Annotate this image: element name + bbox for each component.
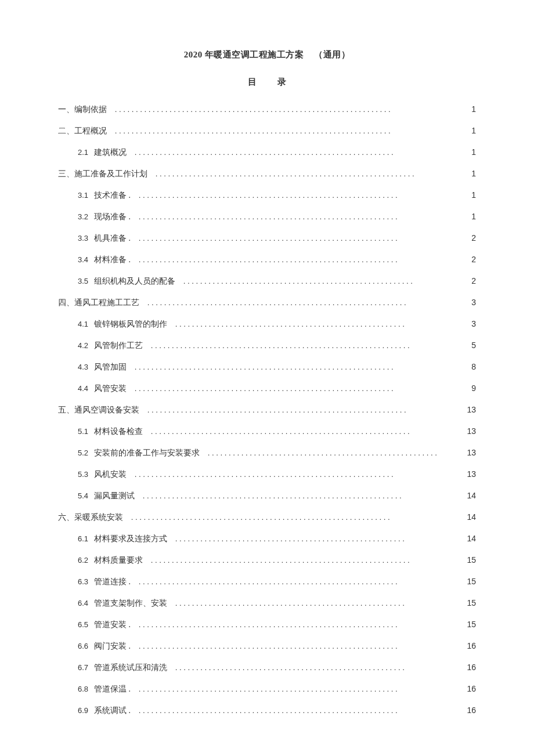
toc-entry-page: 16: [461, 685, 476, 693]
toc-entry-number: 4.4: [78, 385, 88, 392]
toc-entry-label: 风管安装: [94, 385, 127, 393]
toc-entry-page: 5: [463, 341, 476, 349]
toc-leader-dots: ........................................…: [131, 213, 400, 220]
toc-leader-dots: ........................................…: [167, 320, 407, 328]
toc-entry-number: 3.3: [78, 234, 88, 242]
toc-entry-page: 13: [461, 448, 476, 457]
toc-entry-page: 2: [463, 277, 476, 285]
toc-entry-number: 4.2: [78, 342, 88, 349]
toc-entry-number: 3.4: [78, 256, 88, 263]
toc-leader-dots: ........................................…: [127, 363, 396, 371]
toc-entry: 3.1技术准备 ................................…: [58, 191, 476, 200]
toc-heading-char-1: 目: [248, 77, 257, 86]
toc-entry-label: 材料设备检查: [94, 428, 143, 436]
toc-entry-label: 管道保温 .: [94, 685, 131, 693]
toc-entry: 3.5组织机构及人员的配备...........................…: [58, 277, 476, 285]
table-of-contents: 一、编制依据..................................…: [58, 105, 476, 715]
title-main: 2020 年暖通空调工程施工方案: [184, 50, 304, 59]
toc-entry-number: 5.4: [78, 492, 88, 500]
toc-entry-page: 13: [461, 470, 476, 478]
toc-entry-page: 1: [463, 191, 476, 199]
toc-leader-dots: ........................................…: [143, 342, 412, 349]
toc-entry-label: 风管制作工艺: [94, 342, 143, 350]
toc-leader-dots: ........................................…: [131, 621, 400, 628]
toc-entry-label: 镀锌钢板风管的制作: [94, 320, 167, 328]
toc-entry-page: 15: [461, 599, 476, 607]
toc-entry-number: 6.7: [78, 664, 88, 671]
toc-entry-label: 六、采暖系统安装: [58, 513, 123, 522]
toc-entry-label: 一、编制依据: [58, 106, 107, 114]
toc-entry-label: 四、通风工程施工工艺: [58, 299, 139, 307]
toc-leader-dots: ........................................…: [123, 513, 392, 521]
toc-entry-label: 材料要求及连接方式: [94, 535, 167, 543]
toc-leader-dots: ........................................…: [139, 406, 409, 414]
toc-entry: 4.2风管制作工艺...............................…: [58, 341, 476, 350]
toc-leader-dots: ........................................…: [135, 492, 404, 500]
toc-entry-page: 15: [461, 577, 476, 585]
toc-entry-page: 15: [461, 556, 476, 564]
toc-entry: 5.1材料设备检查...............................…: [58, 427, 476, 436]
toc-entry-page: 14: [461, 534, 476, 542]
toc-entry-label: 五、通风空调设备安装: [58, 406, 139, 414]
toc-entry-label: 材料准备 .: [94, 256, 131, 264]
toc-leader-dots: ........................................…: [127, 149, 396, 156]
toc-entry-label: 三、施工准备及工作计划: [58, 170, 147, 178]
toc-entry: 4.1镀锌钢板风管的制作............................…: [58, 320, 476, 328]
toc-leader-dots: ........................................…: [200, 449, 439, 457]
toc-entry-label: 现场准备 .: [94, 213, 131, 221]
toc-entry-label: 阀门安装 .: [94, 642, 131, 650]
toc-entry: 3.3机具准备 ................................…: [58, 234, 476, 243]
toc-entry-page: 1: [463, 212, 476, 220]
toc-entry: 6.4管道支架制作、安装............................…: [58, 599, 476, 607]
toc-entry-page: 16: [461, 706, 476, 714]
toc-entry: 2.1建筑概况.................................…: [58, 148, 476, 157]
toc-entry: 6.5管道安装 ................................…: [58, 620, 476, 629]
toc-leader-dots: ........................................…: [167, 535, 407, 542]
toc-entry-label: 漏风量测试: [94, 492, 135, 500]
toc-entry-label: 安装前的准备工作与安装要求: [94, 449, 200, 457]
toc-entry-label: 风管加固: [94, 363, 127, 371]
toc-entry-number: 6.6: [78, 642, 88, 650]
toc-entry: 5.3风机安装.................................…: [58, 470, 476, 479]
toc-leader-dots: ........................................…: [147, 170, 417, 178]
toc-entry-number: 6.3: [78, 578, 88, 585]
toc-heading-char-2: 录: [277, 77, 286, 86]
toc-leader-dots: ........................................…: [131, 685, 400, 693]
title-suffix: （通用）: [314, 50, 350, 59]
toc-entry-page: 1: [463, 148, 476, 156]
toc-entry-page: 1: [463, 126, 476, 135]
toc-entry: 6.8管道保温 ................................…: [58, 685, 476, 693]
toc-entry-page: 3: [463, 298, 476, 306]
toc-leader-dots: ........................................…: [167, 599, 407, 607]
toc-entry-label: 管道安装 .: [94, 621, 131, 629]
toc-leader-dots: ........................................…: [143, 556, 412, 564]
toc-entry-page: 9: [463, 384, 476, 392]
toc-leader-dots: ........................................…: [131, 642, 400, 650]
toc-entry: 6.3管道连接 ................................…: [58, 577, 476, 586]
toc-entry: 6.9系统调试 ................................…: [58, 706, 476, 715]
toc-entry-label: 风机安装: [94, 471, 127, 479]
toc-entry-label: 机具准备 .: [94, 234, 131, 243]
toc-entry: 三、施工准备及工作计划.............................…: [58, 169, 476, 178]
toc-entry: 6.2材料质量要求...............................…: [58, 556, 476, 565]
toc-entry: 5.2安装前的准备工作与安装要求........................…: [58, 448, 476, 457]
toc-leader-dots: ........................................…: [131, 578, 400, 585]
document-title: 2020 年暖通空调工程施工方案（通用）: [58, 49, 476, 60]
toc-entry: 二、工程概况..................................…: [58, 126, 476, 135]
toc-entry-label: 技术准备 .: [94, 191, 131, 200]
toc-entry-label: 二、工程概况: [58, 127, 107, 135]
toc-entry: 4.3风管加固.................................…: [58, 363, 476, 371]
toc-entry-page: 3: [463, 320, 476, 328]
toc-entry-page: 1: [463, 105, 476, 113]
toc-entry: 六、采暖系统安装................................…: [58, 513, 476, 522]
toc-entry-label: 建筑概况: [94, 149, 127, 157]
toc-leader-dots: ........................................…: [127, 471, 396, 478]
toc-leader-dots: ........................................…: [167, 664, 407, 671]
toc-entry: 五、通风空调设备安装..............................…: [58, 406, 476, 414]
toc-entry: 4.4风管安装.................................…: [58, 384, 476, 393]
toc-entry-page: 16: [461, 663, 476, 671]
toc-heading: 目录: [58, 77, 476, 88]
toc-entry-label: 管道支架制作、安装: [94, 599, 167, 607]
toc-entry-label: 组织机构及人员的配备: [94, 277, 175, 285]
toc-entry-page: 8: [463, 363, 476, 371]
